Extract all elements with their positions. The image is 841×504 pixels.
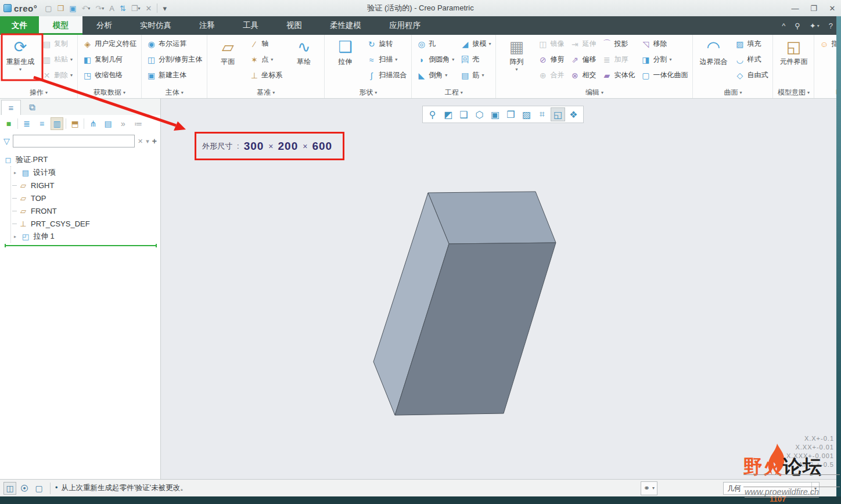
ribbon-group-label[interactable]: 形状▾ xyxy=(328,87,408,98)
extrude-button[interactable]: ❑拉伸 xyxy=(328,36,362,67)
draft-dropdown-icon[interactable]: ▾ xyxy=(488,41,491,46)
filter-clear-icon[interactable]: ✕ xyxy=(138,138,143,145)
offset-button[interactable]: ⇗偏移 xyxy=(568,52,598,67)
model-tree-tab[interactable]: ≡ xyxy=(1,100,21,115)
rib-button[interactable]: ▤筋▾ xyxy=(458,67,493,83)
undo-dropdown-icon[interactable]: ▾ xyxy=(88,6,90,11)
open-file-button[interactable]: ❒ xyxy=(55,3,66,13)
help-button[interactable]: ? xyxy=(829,21,833,30)
saved-orientations-button[interactable]: ⬡ xyxy=(472,107,487,121)
find-dropdown-icon[interactable]: ▾ xyxy=(652,485,655,491)
perspective-button[interactable]: ❒ xyxy=(504,107,518,121)
tree-item[interactable]: ▸◰拉伸 1 xyxy=(12,230,160,243)
tree-settings-button[interactable]: ≔ xyxy=(132,117,145,130)
tree-root-item[interactable]: ◻验证.PRT xyxy=(3,153,160,166)
window-switch-button[interactable]: ❐▾ xyxy=(130,3,142,13)
shrinkwrap-button[interactable]: ◳收缩包络 xyxy=(81,67,138,83)
learning-center-dropdown-icon[interactable]: ▾ xyxy=(817,23,820,28)
fill-button[interactable]: ▨填充 xyxy=(733,36,770,52)
restore-button[interactable]: ❐ xyxy=(808,4,819,13)
plane-button[interactable]: ▱平面 xyxy=(210,36,245,67)
user-defined-feature-button[interactable]: ◈用户定义特征 xyxy=(81,36,138,52)
boundary-blend-button[interactable]: ◠边界混合 xyxy=(696,36,731,67)
group-dropdown-icon[interactable]: ▾ xyxy=(181,90,184,95)
coordinate-system-button[interactable]: ⊥坐标系 xyxy=(247,67,284,83)
redo-button[interactable]: ↷▾ xyxy=(94,3,106,13)
new-file-button[interactable]: ▢ xyxy=(43,3,53,13)
regenerate-list-button[interactable]: ⇅ xyxy=(118,3,128,13)
ribbon-group-label[interactable]: 编辑▾ xyxy=(499,87,689,98)
boolean-operations-button[interactable]: ◉布尔运算 xyxy=(145,36,204,52)
unitize-surface-button[interactable]: ▢一体化曲面 xyxy=(639,67,689,83)
minimize-ribbon-button[interactable]: ^ xyxy=(782,21,785,30)
redo-dropdown-icon[interactable]: ▾ xyxy=(102,6,104,11)
minimize-button[interactable]: — xyxy=(790,4,800,13)
expand-arrow-icon[interactable]: ▸ xyxy=(12,170,18,175)
tree-filter-input[interactable] xyxy=(13,135,135,147)
group-dropdown-icon[interactable]: ▾ xyxy=(375,90,377,95)
folder-browser-tab[interactable]: ⧉ xyxy=(22,100,42,115)
component-interface-button[interactable]: ◱元件界面 xyxy=(776,36,811,67)
undo-button[interactable]: ↶▾ xyxy=(80,3,92,13)
ribbon-group-label[interactable]: 主体▾ xyxy=(145,87,204,98)
web-browser-button[interactable]: ⦿ xyxy=(18,482,31,495)
pattern-button[interactable]: ▦阵列▾ xyxy=(499,36,534,72)
spin-center-button[interactable]: ❖ xyxy=(566,107,581,121)
round-dropdown-icon[interactable]: ▾ xyxy=(452,57,454,62)
tab-applications[interactable]: 应用程序 xyxy=(375,16,434,35)
new-body-button[interactable]: ▣新建主体 xyxy=(145,67,204,83)
tree-filters-button[interactable]: ⋔ xyxy=(87,117,99,130)
ribbon-group-label[interactable]: 获取数据▾ xyxy=(81,87,138,98)
capture-button[interactable]: ▣ xyxy=(488,107,502,121)
ribbon-group-label[interactable]: 基准▾ xyxy=(210,87,321,98)
group-dropdown-icon[interactable]: ▾ xyxy=(461,90,463,95)
box-top-face[interactable] xyxy=(428,192,556,244)
solidify-button[interactable]: ▰实体化 xyxy=(600,67,637,83)
tree-item[interactable]: ⊥PRT_CSYS_DEF xyxy=(12,217,160,230)
tree-item[interactable]: ▸▤设计项 xyxy=(12,166,160,179)
sweep-dropdown-icon[interactable]: ▾ xyxy=(395,57,397,62)
tab-live-simulation[interactable]: 实时仿真 xyxy=(126,16,185,35)
tab-view[interactable]: 视图 xyxy=(272,16,316,35)
tree-item[interactable]: ▱FRONT xyxy=(12,204,160,217)
sweep-button[interactable]: ≈扫描▾ xyxy=(365,52,408,67)
save-button[interactable]: ▣ xyxy=(67,3,78,13)
split-trim-body-button[interactable]: ◫分割/修剪主体 xyxy=(145,52,204,67)
style-button[interactable]: ◡样式 xyxy=(733,52,770,67)
regenerate-dropdown-icon[interactable]: ▾ xyxy=(19,67,21,72)
search-commands-button[interactable]: ⚲ xyxy=(795,21,800,30)
chamfer-dropdown-icon[interactable]: ▾ xyxy=(445,73,447,78)
remove-button[interactable]: ◹移除 xyxy=(639,36,689,52)
draft-button[interactable]: ◢拔模▾ xyxy=(458,36,493,52)
hole-button[interactable]: ◎孔 xyxy=(415,36,456,52)
round-button[interactable]: ◗倒圆角▾ xyxy=(415,52,456,67)
group-dropdown-icon[interactable]: ▾ xyxy=(601,90,603,95)
divide-dropdown-icon[interactable]: ▾ xyxy=(669,57,671,62)
expand-arrow-icon[interactable]: ▸ xyxy=(12,234,18,239)
sketch-button[interactable]: ∿草绘 xyxy=(286,36,321,67)
axis-button[interactable]: ∕轴 xyxy=(247,36,284,52)
expand-all-button[interactable]: ≣ xyxy=(20,117,33,130)
regenerate-button[interactable]: ⟳重新生成▾ xyxy=(3,36,38,72)
revolve-button[interactable]: ↻旋转 xyxy=(365,36,408,52)
group-dropdown-icon[interactable]: ▾ xyxy=(123,90,125,95)
selection-filter-dropdown-icon[interactable]: ▾ xyxy=(811,483,819,494)
swept-blend-button[interactable]: ∫扫描混合 xyxy=(365,67,408,83)
group-dropdown-icon[interactable]: ▾ xyxy=(739,90,742,95)
display-options-button[interactable]: ■ xyxy=(2,117,15,130)
navigator-toggle-button[interactable]: ◫ xyxy=(3,482,16,495)
filter-add-icon[interactable]: + xyxy=(152,136,157,146)
zoom-in-button[interactable]: ⚲ xyxy=(425,107,440,121)
datum-display-filters-button[interactable]: ▨ xyxy=(519,107,534,121)
freestyle-button[interactable]: ◇自由式 xyxy=(733,67,770,83)
group-dropdown-icon[interactable]: ▾ xyxy=(45,90,48,95)
chamfer-button[interactable]: ◣倒角▾ xyxy=(415,67,456,83)
window-switch-dropdown-icon[interactable]: ▾ xyxy=(138,6,141,11)
group-dropdown-icon[interactable]: ▾ xyxy=(272,90,275,95)
point-dropdown-icon[interactable]: ▾ xyxy=(271,57,273,62)
ribbon-group-label[interactable]: 模型意图▾ xyxy=(776,87,811,98)
more-tools-button[interactable]: » xyxy=(117,117,130,130)
tree-columns-button[interactable]: ▥ xyxy=(51,117,63,130)
learning-center-button[interactable]: ✦▾ xyxy=(810,21,820,30)
show-annotations-button[interactable]: ◱ xyxy=(551,107,565,121)
